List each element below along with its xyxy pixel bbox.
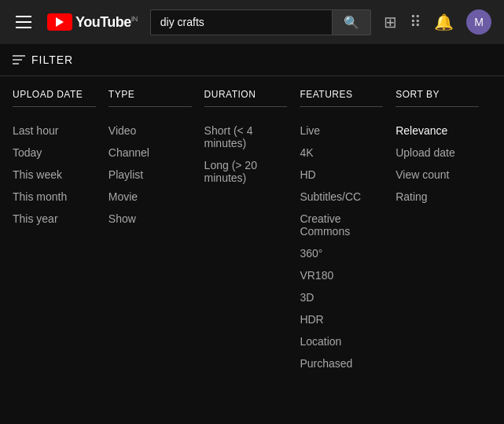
notifications-button[interactable]: 🔔 bbox=[434, 13, 454, 31]
filter-item-hdr[interactable]: HDR bbox=[300, 308, 383, 330]
filter-content: UPLOAD DATELast hourTodayThis weekThis m… bbox=[0, 76, 504, 387]
filter-item-movie[interactable]: Movie bbox=[109, 186, 192, 208]
filter-icon bbox=[13, 55, 25, 65]
filter-item-360-[interactable]: 360° bbox=[300, 242, 383, 264]
apps-icon: ⠿ bbox=[410, 13, 421, 31]
logo[interactable]: YouTubeIN bbox=[47, 13, 138, 31]
col-header-sort_by: SORT BY bbox=[395, 89, 479, 107]
header: YouTubeIN 🔍 ⊞ ⠿ 🔔 M bbox=[0, 0, 504, 44]
filter-col-upload_date: UPLOAD DATELast hourTodayThis weekThis m… bbox=[13, 89, 109, 374]
col-header-type: TYPE bbox=[109, 89, 192, 107]
filter-item-today[interactable]: Today bbox=[13, 142, 96, 164]
hamburger-icon[interactable] bbox=[13, 13, 35, 31]
filter-item-this-year[interactable]: This year bbox=[13, 208, 96, 230]
filter-item-this-week[interactable]: This week bbox=[13, 164, 96, 186]
filter-item-purchased[interactable]: Purchased bbox=[300, 352, 383, 374]
avatar[interactable]: M bbox=[466, 9, 491, 35]
filter-item-live[interactable]: Live bbox=[300, 120, 383, 142]
filter-item-channel[interactable]: Channel bbox=[109, 142, 192, 164]
filter-item-upload-date[interactable]: Upload date bbox=[395, 142, 479, 164]
filter-col-features: FEATURESLive4KHDSubtitles/CCCreative Com… bbox=[300, 89, 395, 374]
youtube-icon bbox=[47, 13, 72, 31]
notifications-icon: 🔔 bbox=[434, 13, 454, 31]
filter-item-video[interactable]: Video bbox=[109, 120, 192, 142]
create-button[interactable]: ⊞ bbox=[384, 13, 397, 31]
search-icon: 🔍 bbox=[344, 16, 359, 29]
filter-item-subtitles-cc[interactable]: Subtitles/CC bbox=[300, 186, 383, 208]
filter-item-vr180[interactable]: VR180 bbox=[300, 264, 383, 286]
filter-col-duration: DURATIONShort (< 4 minutes)Long (> 20 mi… bbox=[204, 89, 300, 374]
filter-item-creative-commons[interactable]: Creative Commons bbox=[300, 208, 383, 242]
filter-item-3d[interactable]: 3D bbox=[300, 286, 383, 308]
filter-bar: FILTER bbox=[0, 44, 504, 76]
create-icon: ⊞ bbox=[384, 13, 397, 31]
filter-col-sort_by: SORT BYRelevanceUpload dateView countRat… bbox=[395, 89, 491, 374]
col-header-upload_date: UPLOAD DATE bbox=[13, 89, 96, 107]
filter-item-view-count[interactable]: View count bbox=[395, 164, 479, 186]
col-header-duration: DURATION bbox=[204, 89, 288, 107]
filter-item-show[interactable]: Show bbox=[109, 208, 192, 230]
filter-item-this-month[interactable]: This month bbox=[13, 186, 96, 208]
filter-item-rating[interactable]: Rating bbox=[395, 186, 479, 208]
search-button[interactable]: 🔍 bbox=[332, 9, 371, 35]
apps-button[interactable]: ⠿ bbox=[410, 13, 421, 31]
logo-country: IN bbox=[131, 15, 138, 23]
filter-item-location[interactable]: Location bbox=[300, 330, 383, 352]
filter-item-playlist[interactable]: Playlist bbox=[109, 164, 192, 186]
logo-text: YouTubeIN bbox=[75, 14, 138, 31]
filter-item-short----4-minutes-[interactable]: Short (< 4 minutes) bbox=[204, 120, 288, 154]
col-header-features: FEATURES bbox=[300, 89, 383, 107]
filter-item-long----20-minutes-[interactable]: Long (> 20 minutes) bbox=[204, 154, 288, 189]
header-right: ⊞ ⠿ 🔔 M bbox=[384, 9, 491, 35]
search-input[interactable] bbox=[150, 9, 332, 35]
filter-col-type: TYPEVideoChannelPlaylistMovieShow bbox=[109, 89, 204, 374]
filter-item-4k[interactable]: 4K bbox=[300, 142, 383, 164]
search-bar: 🔍 bbox=[150, 9, 371, 35]
filter-label: FILTER bbox=[31, 53, 73, 66]
header-left: YouTubeIN bbox=[13, 13, 138, 31]
filter-item-hd[interactable]: HD bbox=[300, 164, 383, 186]
filter-item-relevance[interactable]: Relevance bbox=[395, 120, 479, 142]
filter-item-last-hour[interactable]: Last hour bbox=[13, 120, 96, 142]
